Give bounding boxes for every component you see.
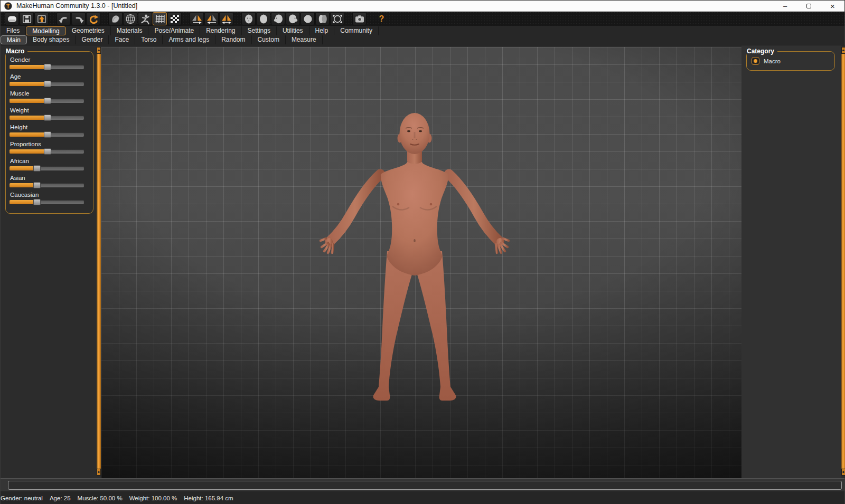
view-orthogonal-button[interactable] <box>315 12 330 25</box>
slider-label: Proportions <box>10 141 89 147</box>
slider-fill <box>10 116 44 120</box>
symmetry-both-button[interactable] <box>219 12 233 25</box>
slider-handle[interactable] <box>33 199 41 205</box>
view-back-button[interactable] <box>256 12 270 25</box>
tab-modelling[interactable]: Modelling <box>26 26 65 35</box>
load-file-button[interactable] <box>34 12 49 25</box>
pose-button[interactable] <box>138 12 152 25</box>
slider-row-weight: Weight <box>10 107 89 120</box>
subtab-body-shapes[interactable]: Body shapes <box>27 35 76 44</box>
view-top-button[interactable] <box>301 12 315 25</box>
undo-button[interactable] <box>57 12 71 25</box>
help-button[interactable]: ? <box>374 12 389 25</box>
symmetry-right-icon <box>191 13 203 25</box>
view-front-button[interactable] <box>241 12 256 25</box>
slider-handle[interactable] <box>33 165 41 172</box>
sub-tab-bar: MainBody shapesGenderFaceTorsoArms and l… <box>1 36 844 45</box>
slider-handle[interactable] <box>44 98 51 104</box>
tab-files[interactable]: Files <box>1 26 26 35</box>
view-orthogonal-icon <box>316 13 329 25</box>
right-panel-splitter[interactable] <box>841 47 845 476</box>
grab-screen-button[interactable] <box>352 12 367 25</box>
save-file-button[interactable] <box>20 12 34 25</box>
progress-strip <box>1 478 844 491</box>
subtab-measure[interactable]: Measure <box>286 35 323 44</box>
view-top-icon <box>302 13 314 25</box>
tab-pose-animate[interactable]: Pose/Animate <box>148 26 200 35</box>
slider-label: Height <box>10 124 89 130</box>
right-panel: Category Macro <box>741 45 841 478</box>
view-right-icon <box>287 13 299 25</box>
tab-utilities[interactable]: Utilities <box>277 26 309 35</box>
tab-settings[interactable]: Settings <box>242 26 277 35</box>
background-button[interactable] <box>167 12 182 25</box>
slider-track[interactable] <box>10 200 84 204</box>
slider-row-african: African <box>10 158 89 170</box>
slider-row-height: Height <box>10 124 89 137</box>
subtab-random[interactable]: Random <box>215 35 251 44</box>
view-right-button[interactable] <box>286 12 300 25</box>
smooth-icon <box>109 13 122 25</box>
subtab-label: Main <box>7 36 21 44</box>
slider-track[interactable] <box>10 166 84 170</box>
left-panel-splitter[interactable] <box>97 47 101 476</box>
toolbar: ? <box>1 12 844 26</box>
human-model[interactable] <box>320 109 510 404</box>
slider-track[interactable] <box>10 65 84 69</box>
new-file-button[interactable] <box>5 12 19 25</box>
category-option-macro[interactable]: Macro <box>752 57 831 65</box>
minimize-button[interactable]: – <box>773 1 797 11</box>
subtab-face[interactable]: Face <box>109 35 135 44</box>
slider-label: Muscle <box>10 90 89 97</box>
slider-row-gender: Gender <box>10 56 89 69</box>
slider-handle[interactable] <box>33 182 41 188</box>
slider-track[interactable] <box>10 183 84 187</box>
subtab-label: Body shapes <box>33 36 69 43</box>
subtab-label: Face <box>115 36 129 43</box>
tab-label: Files <box>6 27 20 34</box>
tab-help[interactable]: Help <box>309 26 335 35</box>
subtab-gender[interactable]: Gender <box>76 35 109 44</box>
slider-label: Gender <box>10 56 89 63</box>
smooth-button[interactable] <box>108 12 123 25</box>
subtab-custom[interactable]: Custom <box>252 35 286 44</box>
tab-materials[interactable]: Materials <box>111 26 149 35</box>
symmetry-left-button[interactable] <box>204 12 219 25</box>
grab-screen-icon <box>353 13 366 25</box>
status-bar: Gender: neutralAge: 25Muscle: 50.00 %Wei… <box>1 491 844 504</box>
window-title: MakeHuman Community 1.3.0 - [Untitled] <box>16 2 137 9</box>
slider-handle[interactable] <box>44 131 51 138</box>
subtab-main[interactable]: Main <box>1 35 27 44</box>
tab-geometries[interactable]: Geometries <box>66 26 111 35</box>
symmetry-right-button[interactable] <box>190 12 204 25</box>
macro-groupbox: Macro Gender Age <box>5 47 93 214</box>
slider-handle[interactable] <box>44 148 51 155</box>
slider-track[interactable] <box>10 149 84 154</box>
macro-group-title: Macro <box>6 47 27 55</box>
tab-community[interactable]: Community <box>334 26 379 35</box>
reload-icon <box>87 13 100 25</box>
view-left-button[interactable] <box>271 12 285 25</box>
3d-viewport[interactable] <box>101 47 741 478</box>
slider-handle[interactable] <box>44 64 51 70</box>
slider-track[interactable] <box>10 132 84 137</box>
minimize-icon: – <box>783 2 787 10</box>
reload-button[interactable] <box>86 12 100 25</box>
slider-handle[interactable] <box>44 115 51 121</box>
subtab-label: Custom <box>258 36 279 43</box>
slider-handle[interactable] <box>44 81 51 87</box>
subtab-arms-and-legs[interactable]: Arms and legs <box>163 35 215 44</box>
subtab-label: Random <box>221 36 245 43</box>
slider-track[interactable] <box>10 82 84 86</box>
reset-camera-button[interactable] <box>330 12 344 25</box>
undo-icon <box>58 13 70 25</box>
slider-track[interactable] <box>10 116 84 120</box>
slider-track[interactable] <box>10 99 84 103</box>
grid-button[interactable] <box>153 12 167 25</box>
redo-button[interactable] <box>71 12 86 25</box>
wireframe-button[interactable] <box>123 12 137 25</box>
tab-rendering[interactable]: Rendering <box>200 26 241 35</box>
maximize-button[interactable] <box>797 1 821 11</box>
subtab-torso[interactable]: Torso <box>135 35 163 44</box>
close-button[interactable]: × <box>821 1 844 11</box>
